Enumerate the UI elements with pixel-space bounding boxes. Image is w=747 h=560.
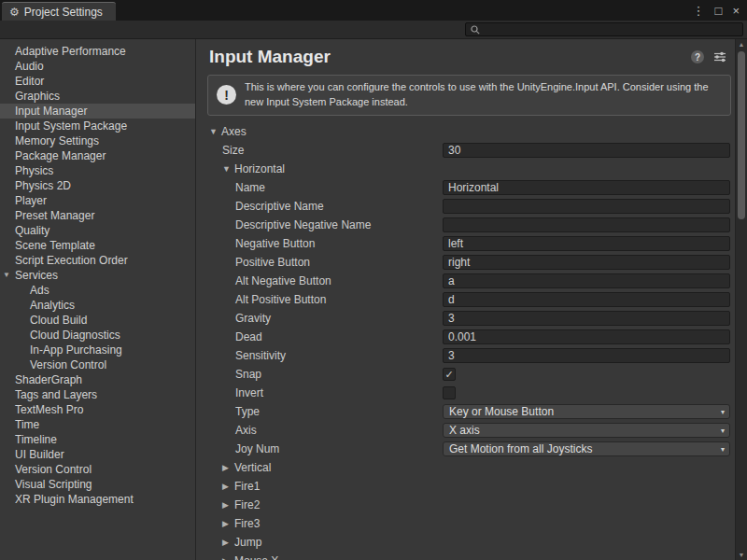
sidebar-item-preset-manager[interactable]: Preset Manager [0,208,195,223]
text-field-negative-button[interactable] [443,236,730,251]
sidebar-item-label: Input Manager [15,105,87,118]
sidebar-item-adaptive-performance[interactable]: Adaptive Performance [0,44,195,59]
scroll-up-icon[interactable]: ▲ [736,41,747,48]
foldout-closed-icon[interactable]: ▶ [222,500,234,510]
sidebar-item-time[interactable]: Time [0,417,195,432]
sidebar-item-ads[interactable]: Ads [0,283,195,298]
foldout-open-icon[interactable]: ▼ [3,268,10,283]
field-label[interactable]: Axes [221,125,247,138]
sidebar-item-physics-2d[interactable]: Physics 2D [0,178,195,193]
sidebar-item-ui-builder[interactable]: UI Builder [0,447,195,462]
text-field-sensitivity[interactable] [443,348,730,363]
sidebar-item-label: Version Control [30,358,106,371]
row-value: ✓ [443,368,730,381]
sidebar-item-cloud-diagnostics[interactable]: Cloud Diagnostics [0,328,195,343]
search-icon [471,25,480,35]
sidebar-item-physics[interactable]: Physics [0,163,195,178]
text-field-alt-negative-button[interactable] [443,273,730,288]
field-label: Size [222,144,244,157]
sidebar-item-services[interactable]: ▼Services [0,268,195,283]
scrollbar-thumb[interactable] [738,51,745,219]
text-field-name[interactable] [443,180,730,195]
text-field-size[interactable] [443,143,730,158]
row-value [443,217,730,232]
sidebar-item-label: Adaptive Performance [15,45,126,58]
help-icon[interactable]: ? [691,50,704,63]
row-value [443,386,730,399]
sidebar-item-in-app-purchasing[interactable]: In-App Purchasing [0,343,195,357]
presets-icon[interactable] [713,50,726,63]
kebab-menu-icon[interactable]: ⋮ [693,5,705,17]
sidebar-item-label: In-App Purchasing [30,343,122,357]
field-label[interactable]: Fire3 [234,517,260,530]
foldout-closed-icon[interactable]: ▶ [222,538,234,547]
foldout-open-icon[interactable]: ▼ [222,164,234,174]
sidebar-item-player[interactable]: Player [0,193,195,208]
sidebar-item-analytics[interactable]: Analytics [0,298,195,313]
dropdown-axis[interactable]: X axis▾ [443,423,730,438]
sidebar-item-graphics[interactable]: Graphics [0,89,195,104]
main-panel: Input Manager ? [196,39,747,560]
sidebar-item-quality[interactable]: Quality [0,223,195,238]
checkbox-snap[interactable]: ✓ [443,368,456,381]
field-label[interactable]: Jump [234,536,261,549]
sidebar-item-visual-scripting[interactable]: Visual Scripting [0,477,195,492]
row-label: ▼Horizontal [196,162,443,175]
foldout-closed-icon[interactable]: ▶ [222,463,234,472]
text-field-descriptive-negative-name[interactable] [443,217,730,232]
maximize-icon[interactable]: □ [715,5,723,17]
sidebar-item-input-system-package[interactable]: Input System Package [0,119,195,133]
search-input[interactable] [484,23,738,35]
row-value [443,329,730,344]
field-label: Negative Button [235,237,315,250]
foldout-closed-icon[interactable]: ▶ [222,556,234,560]
foldout-closed-icon[interactable]: ▶ [222,519,234,528]
sidebar-item-editor[interactable]: Editor [0,74,195,89]
sidebar-item-version-control[interactable]: Version Control [0,462,195,477]
row-value [443,143,730,158]
search-box[interactable] [465,22,743,36]
scroll-down-icon[interactable]: ▼ [736,552,747,558]
window-tab-project-settings[interactable]: ⚙ Project Settings [2,2,116,21]
vertical-scrollbar[interactable]: ▲ ▼ [735,39,747,560]
foldout-open-icon[interactable]: ▼ [209,127,221,136]
row-label: Type [196,405,443,418]
row-value: Key or Mouse Button▾ [443,404,730,419]
text-field-dead[interactable] [443,329,730,344]
sidebar-item-scene-template[interactable]: Scene Template [0,238,195,253]
dropdown-joy-num[interactable]: Get Motion from all Joysticks▾ [443,441,730,456]
titlebar-controls: ⋮ □ × [693,0,740,21]
text-field-positive-button[interactable] [443,255,730,270]
text-field-descriptive-name[interactable] [443,199,730,214]
text-field-gravity[interactable] [443,311,730,326]
sidebar-item-cloud-build[interactable]: Cloud Build [0,313,195,328]
field-label[interactable]: Vertical [234,461,271,474]
row-value [443,311,730,326]
row-size: Size [196,141,747,160]
text-field-alt-positive-button[interactable] [443,292,730,307]
dropdown-type[interactable]: Key or Mouse Button▾ [443,404,730,419]
sidebar-item-shadergraph[interactable]: ShaderGraph [0,372,195,387]
field-label[interactable]: Mouse X [234,554,278,560]
sidebar-item-version-control[interactable]: Version Control [0,357,195,372]
sidebar-item-label: Physics 2D [15,179,71,192]
field-label[interactable]: Fire1 [234,480,260,493]
checkbox-invert[interactable] [443,386,456,399]
foldout-closed-icon[interactable]: ▶ [222,482,234,491]
sidebar-item-tags-and-layers[interactable]: Tags and Layers [0,387,195,402]
sidebar-item-audio[interactable]: Audio [0,59,195,74]
close-icon[interactable]: × [732,5,740,17]
sidebar-item-xr-plugin-management[interactable]: XR Plugin Management [0,492,195,507]
sidebar-item-label: Memory Settings [15,134,99,147]
sidebar-item-script-execution-order[interactable]: Script Execution Order [0,253,195,268]
field-label[interactable]: Horizontal [234,162,285,175]
sidebar-item-textmesh-pro[interactable]: TextMesh Pro [0,402,195,417]
sidebar-item-input-manager[interactable]: Input Manager [0,104,195,119]
sidebar-item-memory-settings[interactable]: Memory Settings [0,133,195,148]
field-label[interactable]: Fire2 [234,498,260,511]
field-label: Descriptive Negative Name [235,218,371,231]
sidebar-item-label: Scene Template [15,239,95,252]
row-label: ▶Mouse X [196,554,443,560]
sidebar-item-package-manager[interactable]: Package Manager [0,148,195,163]
sidebar-item-timeline[interactable]: Timeline [0,432,195,447]
